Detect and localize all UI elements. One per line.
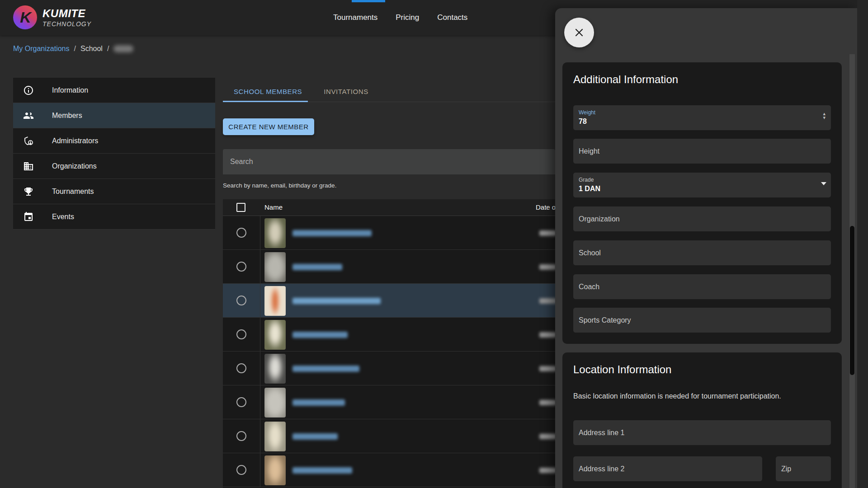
grade-value[interactable]: 1 DAN <box>579 185 600 193</box>
breadcrumb-my-organizations[interactable]: My Organizations <box>13 45 70 53</box>
address-line-1-field[interactable]: Address line 1 <box>573 420 831 445</box>
row-radio[interactable] <box>236 397 246 407</box>
sports-category-field[interactable]: Sports Category <box>573 308 831 333</box>
sidebar-item-organizations[interactable]: Organizations <box>13 154 215 179</box>
sidebar-nav: Information Members Administrators Organ… <box>13 78 215 230</box>
table-header-row: Name Date o <box>223 199 555 216</box>
table-row-selected[interactable] <box>223 284 555 318</box>
member-date-redacted <box>539 230 555 236</box>
height-field[interactable]: Height <box>573 139 831 164</box>
top-active-indicator <box>352 0 385 2</box>
organization-field[interactable]: Organization <box>573 206 831 231</box>
zip-field[interactable]: Zip <box>776 456 831 481</box>
sidebar-item-events[interactable]: Events <box>13 204 215 230</box>
member-avatar <box>264 286 286 316</box>
row-radio[interactable] <box>236 296 246 305</box>
table-row[interactable] <box>223 385 555 419</box>
sidebar-item-label: Organizations <box>52 162 97 170</box>
member-name-redacted[interactable] <box>292 399 345 406</box>
column-header-date[interactable]: Date o <box>536 203 555 211</box>
select-all-checkbox[interactable] <box>236 203 245 212</box>
sidebar-item-administrators[interactable]: Administrators <box>13 128 215 154</box>
tab-invitations[interactable]: INVITATIONS <box>313 81 379 102</box>
tab-school-members[interactable]: SCHOOL MEMBERS <box>223 81 313 102</box>
height-label: Height <box>579 147 599 155</box>
sidebar-item-tournaments[interactable]: Tournaments <box>13 179 215 204</box>
member-avatar <box>264 218 286 248</box>
coach-field[interactable]: Coach <box>573 274 831 299</box>
table-row[interactable] <box>223 318 555 352</box>
members-table: Name Date o <box>223 199 555 488</box>
member-name-redacted[interactable] <box>292 264 342 270</box>
member-date-redacted <box>539 366 555 371</box>
breadcrumb-separator: / <box>107 45 109 53</box>
member-avatar <box>264 422 286 451</box>
table-row[interactable] <box>223 453 555 487</box>
sidebar-item-label: Administrators <box>52 137 98 145</box>
row-radio[interactable] <box>236 431 246 441</box>
member-date-redacted <box>539 298 555 304</box>
member-name-redacted[interactable] <box>292 298 381 304</box>
address-line-2-field[interactable]: Address line 2 <box>573 456 762 481</box>
location-information-subtitle: Basic location information is needed for… <box>573 392 781 400</box>
member-name-redacted[interactable] <box>292 366 359 372</box>
breadcrumb-school[interactable]: School <box>80 45 103 53</box>
member-avatar <box>264 252 286 282</box>
member-date-redacted <box>539 434 555 439</box>
row-radio[interactable] <box>236 465 246 475</box>
table-row[interactable] <box>223 216 555 250</box>
table-row[interactable] <box>223 352 555 385</box>
dropdown-caret-icon[interactable] <box>821 182 826 185</box>
row-radio[interactable] <box>236 363 246 373</box>
logo-line2: TECHNOLOGY <box>42 20 91 28</box>
drawer-scrollbar-track[interactable] <box>849 54 855 488</box>
address-line-2-label: Address line 2 <box>579 465 624 473</box>
nav-contacts[interactable]: Contacts <box>437 13 467 22</box>
building-icon <box>23 161 34 172</box>
member-name-redacted[interactable] <box>292 433 338 440</box>
grade-select[interactable]: Grade 1 DAN <box>573 173 831 197</box>
drawer-close-button[interactable] <box>564 18 594 47</box>
school-field[interactable]: School <box>573 240 831 265</box>
table-row[interactable] <box>223 419 555 453</box>
member-name-redacted[interactable] <box>292 230 372 236</box>
nav-pricing[interactable]: Pricing <box>396 13 419 22</box>
address-line-1-label: Address line 1 <box>579 429 624 437</box>
logo-icon: K <box>13 5 37 29</box>
row-radio[interactable] <box>236 329 246 339</box>
logo-letter: K <box>20 9 31 26</box>
member-avatar <box>264 320 286 350</box>
logo[interactable]: K KUMITE TECHNOLOGY <box>13 5 91 29</box>
weight-label: Weight <box>579 109 595 116</box>
members-tabs: SCHOOL MEMBERS INVITATIONS <box>223 81 555 102</box>
member-date-redacted <box>539 264 555 270</box>
table-row[interactable] <box>223 250 555 284</box>
school-label: School <box>579 249 601 257</box>
members-icon <box>23 110 34 121</box>
sidebar-item-label: Tournaments <box>52 188 94 196</box>
logo-line1: KUMITE <box>42 7 91 20</box>
number-stepper-icon[interactable]: ▴▾ <box>823 112 826 120</box>
sidebar-item-information[interactable]: Information <box>13 78 215 103</box>
drawer-scrollbar-thumb[interactable] <box>850 226 854 375</box>
create-new-member-button[interactable]: CREATE NEW MEMBER <box>223 118 314 135</box>
row-radio[interactable] <box>236 262 246 272</box>
column-header-name[interactable]: Name <box>264 203 283 211</box>
trophy-icon <box>23 186 34 197</box>
search-helper-text: Search by name, email, birthday or grade… <box>223 182 336 189</box>
weight-field[interactable]: Weight 78 ▴▾ <box>573 105 831 130</box>
member-detail-drawer: Additional Information Weight 78 ▴▾ Heig… <box>555 8 857 488</box>
additional-information-title: Additional Information <box>573 73 678 86</box>
member-name-redacted[interactable] <box>292 467 352 474</box>
nav-tournaments[interactable]: Tournaments <box>333 13 377 22</box>
sidebar-item-members[interactable]: Members <box>13 103 215 128</box>
row-radio[interactable] <box>236 228 246 238</box>
weight-value[interactable]: 78 <box>579 117 587 126</box>
breadcrumb-current-redacted <box>113 45 133 52</box>
search-input[interactable] <box>223 149 555 174</box>
member-avatar <box>264 388 286 418</box>
tab-active-indicator <box>223 101 308 102</box>
grade-label: Grade <box>579 177 594 183</box>
member-name-redacted[interactable] <box>292 332 348 338</box>
breadcrumb-separator: / <box>74 45 76 53</box>
